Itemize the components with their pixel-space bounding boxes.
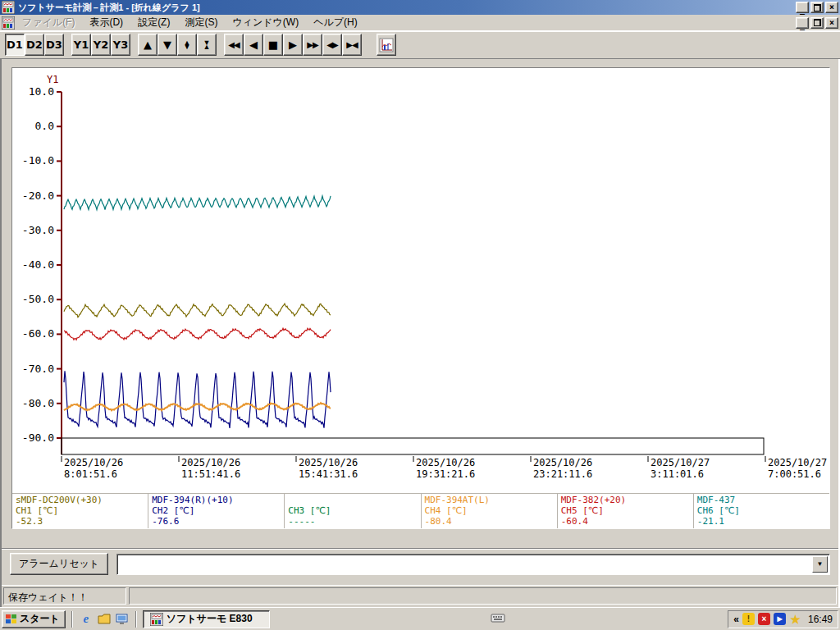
svg-text:2025/10/26: 2025/10/26 — [533, 457, 592, 468]
svg-text:-40.0: -40.0 — [22, 258, 54, 271]
window-titlebar: ソフトサーモ計測－計測1 - [折れ線グラフ 1] _ × — [0, 0, 840, 15]
toolbar-d2-button[interactable]: D2 — [25, 34, 44, 56]
step-forward-button[interactable]: ▶ — [283, 34, 303, 56]
channel-name: MDF-394AT(L) — [425, 495, 554, 505]
security-alert-icon[interactable]: × — [758, 613, 770, 625]
compress-vertical-button[interactable]: ▼▲ — [197, 34, 217, 56]
app-icon — [150, 613, 163, 626]
menu-measure[interactable]: 測定(S) — [177, 14, 225, 31]
svg-text:2025/10/26: 2025/10/26 — [64, 457, 123, 468]
compress-icon: ▼▲ — [203, 41, 211, 49]
channel-name: MDF-394(R)(+10) — [152, 495, 281, 505]
svg-text:3:11:01.6: 3:11:01.6 — [651, 468, 704, 480]
svg-text:0.0: 0.0 — [35, 120, 54, 132]
svg-text:-70.0: -70.0 — [22, 363, 54, 375]
show-desktop-icon[interactable] — [115, 612, 130, 627]
toolbar-y2-button[interactable]: Y2 — [91, 34, 111, 56]
legend-channel-1: sMDF-DC200V(+30) CH1 [℃] -52.3 — [12, 494, 148, 528]
channel-label: CH3 [℃] — [288, 505, 417, 516]
left-arrow-icon: ◀ — [249, 39, 258, 50]
channel-value: ----- — [288, 516, 417, 527]
jump-start-button[interactable]: ◀◀ — [224, 34, 244, 56]
menu-help[interactable]: ヘルプ(H) — [306, 14, 365, 31]
expand-h-icon: ◀▶ — [326, 41, 337, 49]
menu-settings[interactable]: 設定(Z) — [130, 14, 177, 31]
folder-icon[interactable] — [97, 612, 112, 627]
expand-horizontal-button[interactable]: ◀▶ — [322, 34, 342, 56]
channel-legend: sMDF-DC200V(+30) CH1 [℃] -52.3 MDF-394(R… — [12, 493, 829, 528]
compress-horizontal-button[interactable]: ▶◀ — [342, 34, 362, 56]
menu-bar: ファイル(F) 表示(D) 設定(Z) 測定(S) ウィンドウ(W) ヘルプ(H… — [0, 15, 840, 31]
menu-file: ファイル(F) — [15, 14, 82, 31]
child-window-icon[interactable] — [2, 16, 15, 30]
svg-text:-10.0: -10.0 — [22, 154, 54, 167]
toolbar: D1 D2 D3 Y1 Y2 Y3 ▲ ▼ ▲▼ ▼▲ ◀◀ ◀ ■ ▶ ▶▶ … — [0, 31, 840, 59]
minimize-button[interactable]: _ — [796, 2, 809, 13]
scroll-up-button[interactable]: ▲ — [138, 34, 158, 56]
svg-text:10.0: 10.0 — [29, 85, 54, 98]
channel-value: -80.4 — [425, 516, 554, 527]
alarm-reset-button[interactable]: アラームリセット — [10, 553, 108, 575]
jump-end-button[interactable]: ▶▶ — [303, 34, 322, 56]
taskbar-separator — [71, 611, 73, 628]
taskbar: スタート e ソフトサーモ E830 « ! × ▶ ★ 16:49 — [0, 607, 840, 630]
task-button-softthermo[interactable]: ソフトサーモ E830 — [143, 610, 270, 628]
stop-button[interactable]: ■ — [263, 34, 283, 56]
tray-chevron-icon[interactable]: « — [733, 614, 739, 625]
toolbar-d3-button[interactable]: D3 — [44, 34, 64, 56]
menu-view[interactable]: 表示(D) — [82, 14, 130, 31]
desktop: ソフトサーモ計測－計測1 - [折れ線グラフ 1] _ × ファイル(F) 表示… — [0, 0, 840, 630]
channel-label: CH6 [℃] — [697, 505, 826, 516]
child-restore-button[interactable] — [810, 17, 824, 29]
security-warning-icon[interactable]: ! — [742, 613, 755, 625]
keyboard-layout-icon[interactable] — [491, 613, 505, 626]
media-player-icon[interactable]: ▶ — [774, 613, 786, 625]
legend-channel-3: CH3 [℃] ----- — [285, 494, 421, 528]
expand-vertical-button[interactable]: ▲▼ — [177, 34, 197, 56]
chevron-down-icon: ▼ — [817, 560, 824, 568]
up-arrow-icon: ▲ — [144, 39, 152, 50]
scroll-down-button[interactable]: ▼ — [158, 34, 177, 56]
taskbar-separator — [135, 611, 137, 628]
toolbar-y1-button[interactable]: Y1 — [71, 34, 91, 56]
ie-icon[interactable]: e — [79, 612, 94, 627]
svg-text:-80.0: -80.0 — [22, 397, 54, 409]
step-back-button[interactable]: ◀ — [244, 34, 263, 56]
window-title: ソフトサーモ計測－計測1 - [折れ線グラフ 1] — [18, 2, 796, 14]
restore-button[interactable] — [810, 2, 824, 13]
client-area: Y110.00.0-10.0-20.0-30.0-40.0-50.0-60.0-… — [0, 59, 840, 607]
channel-label: CH2 [℃] — [152, 505, 281, 516]
menu-window[interactable]: ウィンドウ(W) — [225, 14, 306, 31]
toolbar-y3-button[interactable]: Y3 — [111, 34, 130, 56]
alarm-combobox-value[interactable] — [117, 555, 810, 574]
legend-channel-5: MDF-382(+20) CH5 [℃] -60.4 — [558, 494, 694, 528]
channel-label: CH5 [℃] — [561, 505, 690, 516]
svg-text:15:41:31.6: 15:41:31.6 — [299, 468, 358, 480]
alarm-strip: アラームリセット ▼ — [2, 548, 838, 579]
child-minimize-button[interactable]: _ — [796, 17, 809, 29]
channel-name: MDF-437 — [697, 495, 826, 505]
close-button[interactable]: × — [825, 2, 838, 13]
chart-panel: Y110.00.0-10.0-20.0-30.0-40.0-50.0-60.0-… — [11, 67, 830, 529]
svg-text:-60.0: -60.0 — [22, 327, 54, 340]
chart-icon — [379, 38, 394, 52]
line-graph: Y110.00.0-10.0-20.0-30.0-40.0-50.0-60.0-… — [12, 68, 829, 493]
svg-text:2025/10/27: 2025/10/27 — [651, 457, 710, 468]
alarm-combobox[interactable]: ▼ — [116, 554, 830, 575]
double-right-icon: ▶▶ — [307, 41, 317, 49]
graph-settings-button[interactable] — [377, 34, 396, 56]
channel-value: -76.6 — [152, 516, 281, 527]
combobox-dropdown-button[interactable]: ▼ — [812, 556, 828, 573]
down-arrow-icon: ▼ — [163, 39, 171, 50]
channel-label: CH1 [℃] — [16, 505, 144, 516]
start-button[interactable]: スタート — [2, 610, 66, 628]
start-label: スタート — [20, 612, 60, 626]
svg-text:-30.0: -30.0 — [22, 224, 54, 236]
child-close-button[interactable]: × — [825, 17, 838, 29]
update-star-icon[interactable]: ★ — [789, 613, 801, 625]
restore-icon — [814, 19, 821, 26]
toolbar-d1-button[interactable]: D1 — [5, 34, 25, 56]
svg-text:2025/10/26: 2025/10/26 — [416, 457, 475, 468]
channel-label: CH4 [℃] — [425, 505, 554, 516]
channel-name: sMDF-DC200V(+30) — [16, 495, 144, 505]
